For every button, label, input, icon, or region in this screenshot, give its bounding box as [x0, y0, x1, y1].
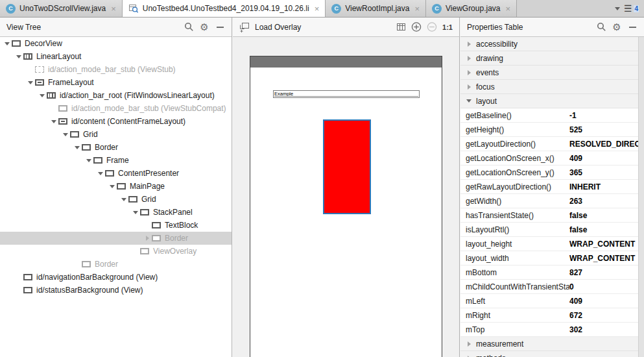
gear-icon[interactable]: ⚙ — [199, 22, 209, 32]
expand-arrow-icon[interactable] — [466, 42, 472, 47]
property-group-row[interactable]: measurement — [460, 337, 638, 351]
collapse-arrow-icon[interactable] — [131, 211, 140, 214]
property-row[interactable]: getLayoutDirection()RESOLVED_DIRECT — [460, 137, 638, 151]
collapse-arrow-icon[interactable] — [3, 42, 12, 45]
property-row[interactable]: mTop302 — [460, 323, 638, 337]
collapse-arrow-icon[interactable] — [49, 120, 58, 123]
property-group-label: layout — [476, 97, 497, 106]
tree-node[interactable]: ContentPresenter — [0, 167, 232, 180]
tree-node[interactable]: id/statusBarBackground (View) — [0, 284, 232, 297]
view-tree-header: View Tree ⚙ — [0, 18, 232, 37]
tree-node[interactable]: id/navigationBarBackground (View) — [0, 271, 232, 284]
collapse-arrow-icon[interactable] — [38, 94, 47, 97]
tree-node-label: Border — [165, 234, 188, 243]
close-icon[interactable]: × — [414, 5, 420, 13]
property-value: -1 — [569, 111, 638, 120]
editor-tab[interactable]: CViewGroup.java× — [426, 0, 517, 17]
property-name: isLayoutRtl() — [460, 225, 569, 234]
node-type-icon — [117, 183, 126, 190]
example-textbox: Example — [273, 90, 420, 98]
expand-arrow-icon[interactable] — [466, 341, 472, 347]
tree-node[interactable]: id/action_mode_bar_stub (ViewStub) — [0, 63, 232, 76]
close-icon[interactable]: × — [111, 5, 116, 13]
gear-icon[interactable]: ⚙ — [612, 22, 622, 32]
zoom-out-icon[interactable] — [427, 22, 437, 32]
property-row[interactable]: getBaseline()-1 — [460, 108, 638, 123]
property-row[interactable]: layout_heightWRAP_CONTENT — [460, 237, 638, 251]
minimize-icon[interactable] — [215, 22, 225, 32]
tree-node[interactable]: LinearLayout — [0, 50, 232, 63]
property-row[interactable]: mBottom827 — [460, 265, 638, 280]
collapse-arrow-icon[interactable] — [84, 159, 93, 162]
property-row[interactable]: getLocationOnScreen_x()409 — [460, 151, 638, 166]
expand-arrow-icon[interactable] — [466, 56, 472, 61]
expand-arrow-icon[interactable] — [466, 70, 472, 75]
tree-node[interactable]: Frame — [0, 154, 232, 167]
node-type-icon — [58, 105, 67, 112]
tree-node-label: Grid — [83, 130, 98, 139]
property-row[interactable]: getWidth()263 — [460, 194, 638, 208]
property-value: 263 — [569, 197, 638, 206]
property-row[interactable]: getRawLayoutDirection()INHERIT — [460, 180, 638, 194]
collapse-arrow-icon[interactable] — [466, 99, 472, 103]
tree-node[interactable]: Border — [0, 141, 232, 154]
editor-tab[interactable]: UnoTestbed4.UnoTestbed4_2019.04.19_10.26… — [123, 0, 326, 17]
editor-tab[interactable]: CUnoTwoDScrollView.java× — [0, 0, 123, 17]
screenshot-canvas: Example — [233, 37, 459, 357]
search-icon[interactable] — [184, 22, 194, 32]
tree-node[interactable]: FrameLayout — [0, 76, 232, 89]
zoom-in-icon[interactable] — [411, 22, 422, 32]
property-group-row[interactable]: methods — [460, 351, 638, 357]
tree-node-label: FrameLayout — [48, 78, 94, 87]
properties-scrollbar[interactable] — [638, 37, 644, 357]
tree-node[interactable]: id/content (ContentFrameLayout) — [0, 115, 232, 128]
search-icon[interactable] — [596, 22, 606, 32]
collapse-arrow-icon[interactable] — [73, 146, 82, 149]
tree-node[interactable]: Grid — [0, 128, 232, 141]
tree-node[interactable]: ViewOverlay — [0, 245, 232, 258]
expand-arrow-icon[interactable] — [143, 236, 152, 241]
tree-node[interactable]: DecorView — [0, 37, 232, 50]
collapse-arrow-icon[interactable] — [26, 81, 35, 84]
property-row[interactable]: mRight672 — [460, 308, 638, 323]
property-row[interactable]: mChildCountWithTransientSta0 — [460, 280, 638, 294]
expand-arrow-icon[interactable] — [466, 84, 472, 90]
property-group-row[interactable]: accessibility — [460, 37, 638, 51]
tree-node[interactable]: Grid — [0, 193, 232, 206]
property-row[interactable]: layout_widthWRAP_CONTENT — [460, 251, 638, 265]
close-icon[interactable]: × — [506, 5, 511, 13]
property-name: getRawLayoutDirection() — [460, 182, 569, 191]
tree-node[interactable]: StackPanel — [0, 206, 232, 219]
property-row[interactable]: getLocationOnScreen_y()365 — [460, 166, 638, 180]
node-type-icon — [23, 53, 32, 60]
tree-node[interactable]: id/action_mode_bar_stub (ViewStubCompat) — [0, 102, 232, 115]
minimize-icon[interactable] — [627, 22, 638, 32]
tab-dropdown-icon[interactable] — [615, 7, 620, 10]
close-icon[interactable]: × — [315, 5, 320, 13]
property-row[interactable]: mLeft409 — [460, 294, 638, 308]
collapse-arrow-icon[interactable] — [96, 172, 105, 175]
property-group-row[interactable]: focus — [460, 80, 638, 94]
property-group-row[interactable]: drawing — [460, 51, 638, 66]
property-group-row[interactable]: layout — [460, 94, 638, 108]
collapse-arrow-icon[interactable] — [108, 185, 117, 188]
collapse-arrow-icon[interactable] — [119, 198, 128, 201]
grid-mode-icon[interactable] — [396, 22, 406, 32]
tab-list-icon[interactable]: ☰ — [624, 3, 632, 14]
tree-node[interactable]: MainPage — [0, 180, 232, 193]
tree-node[interactable]: Border — [0, 258, 232, 271]
property-row[interactable]: isLayoutRtl()false — [460, 223, 638, 237]
tree-node-label: id/statusBarBackground (View) — [36, 286, 143, 295]
tree-node[interactable]: TextBlock — [0, 219, 232, 232]
property-value: 672 — [569, 311, 638, 320]
collapse-arrow-icon[interactable] — [14, 55, 23, 58]
property-group-row[interactable]: events — [460, 66, 638, 80]
screenshot-panel: Load Overlay 1:1 Example — [233, 18, 460, 357]
property-row[interactable]: hasTransientState()false — [460, 208, 638, 223]
collapse-arrow-icon[interactable] — [61, 133, 70, 136]
property-name: mTop — [460, 325, 569, 334]
tree-node[interactable]: Border — [0, 232, 232, 245]
property-row[interactable]: getHeight()525 — [460, 123, 638, 137]
editor-tab[interactable]: CViewRootImpl.java× — [326, 0, 426, 17]
tree-node[interactable]: id/action_bar_root (FitWindowsLinearLayo… — [0, 89, 232, 102]
